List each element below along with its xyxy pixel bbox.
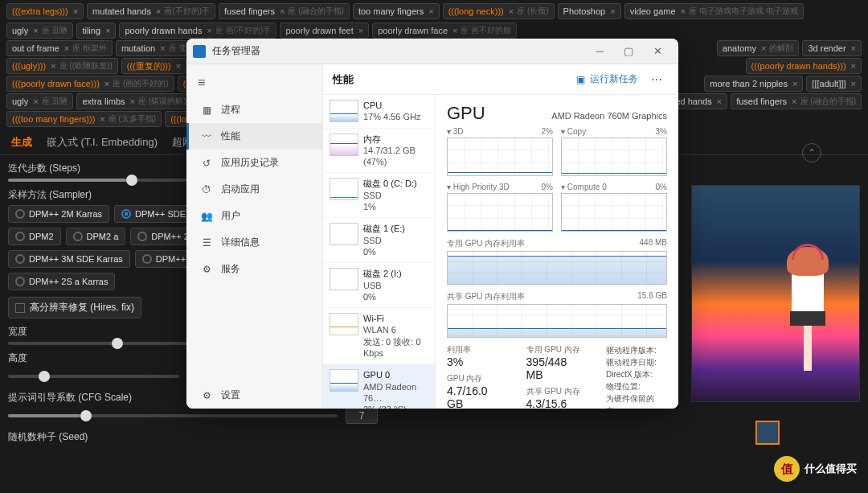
remove-tag-icon[interactable]: × bbox=[64, 43, 69, 53]
remove-tag-icon[interactable]: × bbox=[851, 79, 856, 88]
resource-item[interactable]: CPU17% 4.56 GHz bbox=[323, 95, 435, 129]
remove-tag-icon[interactable]: × bbox=[176, 61, 181, 71]
prompt-tag[interactable]: video game×座 电子游戏电子游戏 电子游戏 bbox=[624, 3, 804, 19]
remove-tag-icon[interactable]: × bbox=[130, 97, 135, 106]
prompt-tag[interactable]: ugly×座 丑陋 bbox=[6, 23, 73, 39]
more-options-button[interactable]: ⋯ bbox=[645, 70, 669, 89]
prompt-tag[interactable]: (((重复的)))× bbox=[121, 58, 186, 74]
remove-tag-icon[interactable]: × bbox=[792, 79, 797, 88]
output-thumbnail[interactable] bbox=[755, 421, 780, 445]
graph-compute-label[interactable]: ▾ Compute 0 bbox=[561, 183, 607, 191]
mini-graph bbox=[330, 268, 358, 290]
sampler-option[interactable]: DPM2 bbox=[8, 228, 61, 245]
prompt-tag[interactable]: (((extra legs)))× bbox=[6, 3, 84, 19]
remove-tag-icon[interactable]: × bbox=[33, 26, 38, 35]
remove-tag-icon[interactable]: × bbox=[792, 97, 796, 106]
remove-tag-icon[interactable]: × bbox=[51, 61, 55, 71]
prompt-tag[interactable]: (((ugly)))×座 ((欧陋肤发)) bbox=[6, 58, 118, 74]
nav-users[interactable]: 👥用户 bbox=[186, 203, 322, 229]
prompt-tag[interactable]: poorly drawn feet× bbox=[280, 23, 369, 39]
resource-item[interactable]: 磁盘 0 (C: D:)SSD1% bbox=[323, 173, 435, 218]
prompt-tag[interactable]: poorly drawn face×座 画不好的脸 bbox=[372, 23, 517, 39]
resource-item[interactable]: 磁盘 1 (E:)SSD0% bbox=[323, 218, 435, 263]
remove-tag-icon[interactable]: × bbox=[33, 97, 38, 106]
remove-tag-icon[interactable]: × bbox=[509, 6, 514, 16]
remove-tag-icon[interactable]: × bbox=[358, 26, 363, 35]
mini-graph bbox=[330, 100, 358, 122]
prompt-tag[interactable]: out of frame×座 框架外 bbox=[6, 40, 113, 56]
prompt-tag[interactable]: poorly drawn hands×座 画(不好的)手 bbox=[119, 23, 276, 39]
resource-item[interactable]: Wi-FiWLAN 6发送: 0 接收: 0 Kbps bbox=[323, 308, 435, 364]
cfg-slider[interactable] bbox=[8, 414, 338, 417]
hires-fix-checkbox[interactable]: 高分辨率修复 (Hires. fix) bbox=[8, 297, 141, 318]
tab-0[interactable]: 生成 bbox=[11, 135, 32, 150]
remove-tag-icon[interactable]: × bbox=[681, 6, 686, 16]
users-icon: 👥 bbox=[200, 210, 213, 223]
prompt-tag[interactable]: [[[adult]]]× bbox=[806, 76, 862, 92]
remove-tag-icon[interactable]: × bbox=[160, 43, 165, 53]
titlebar[interactable]: 任务管理器 ─ ▢ ✕ bbox=[186, 39, 678, 64]
remove-tag-icon[interactable]: × bbox=[280, 6, 285, 16]
cfg-value[interactable]: 7 bbox=[346, 408, 378, 424]
radio-icon bbox=[121, 209, 131, 219]
remove-tag-icon[interactable]: × bbox=[207, 26, 211, 35]
sampler-option[interactable]: DPM2 a bbox=[66, 228, 126, 245]
remove-tag-icon[interactable]: × bbox=[851, 61, 856, 71]
prompt-tag[interactable]: (((too many fingers)))×座 (太多手指) bbox=[6, 111, 162, 127]
prompt-tag[interactable]: mutated hands×画(不好的)手 bbox=[87, 3, 215, 19]
minimize-button[interactable]: ─ bbox=[585, 39, 614, 64]
remove-tag-icon[interactable]: × bbox=[452, 26, 457, 35]
prompt-tag[interactable]: Photoshop× bbox=[558, 3, 621, 19]
nav-services[interactable]: ⚙服务 bbox=[186, 256, 322, 282]
resource-item[interactable]: 磁盘 2 (I:)USB0% bbox=[323, 263, 435, 308]
nav-settings[interactable]: ⚙设置 bbox=[186, 382, 322, 409]
remove-tag-icon[interactable]: × bbox=[73, 6, 78, 16]
nav-processes[interactable]: ▦进程 bbox=[186, 97, 322, 123]
tab-1[interactable]: 嵌入式 (T.I. Embedding) bbox=[47, 135, 158, 150]
collapse-icon[interactable]: ⌃ bbox=[802, 143, 821, 162]
close-button[interactable]: ✕ bbox=[643, 39, 672, 64]
nav-startup[interactable]: ⏱启动应用 bbox=[186, 176, 322, 203]
prompt-tag[interactable]: extra limbs×座 (错误的解) bbox=[76, 93, 191, 109]
prompt-tag[interactable]: more than 2 nipples× bbox=[704, 76, 803, 92]
resource-item[interactable]: 内存14.7/31.2 GB (47%) bbox=[323, 129, 435, 174]
prompt-tag[interactable]: (((poorly drawn hands)))× bbox=[746, 58, 862, 74]
graph-3d-label[interactable]: ▾ 3D bbox=[447, 127, 464, 136]
remove-tag-icon[interactable]: × bbox=[428, 6, 433, 16]
remove-tag-icon[interactable]: × bbox=[100, 114, 104, 124]
run-new-task-button[interactable]: ▣运行新任务 bbox=[570, 69, 645, 89]
remove-tag-icon[interactable]: × bbox=[610, 6, 615, 16]
watermark-icon: 值 bbox=[774, 456, 800, 482]
nav-performance[interactable]: 〰性能 bbox=[186, 123, 322, 150]
sampler-option[interactable]: DPM++ 2S a Karras bbox=[8, 273, 115, 290]
resource-item[interactable]: GPU 0AMD Radeon 76…3% (33 °C) bbox=[323, 364, 435, 409]
prompt-tag[interactable]: ugly×座 丑陋 bbox=[6, 93, 73, 109]
radio-icon bbox=[15, 232, 25, 241]
nav-details[interactable]: ☰详细信息 bbox=[186, 229, 322, 256]
remove-tag-icon[interactable]: × bbox=[156, 6, 161, 16]
task-manager-nav: ≡ ▦进程 〰性能 ↺应用历史记录 ⏱启动应用 👥用户 ☰详细信息 ⚙服务 ⚙设… bbox=[186, 64, 323, 409]
remove-tag-icon[interactable]: × bbox=[761, 43, 766, 53]
prompt-tag[interactable]: anatomy×的解剖 bbox=[717, 40, 800, 56]
prompt-tag[interactable]: fused fingers×座 (融合的手指) bbox=[731, 93, 862, 109]
sampler-option[interactable]: DPM++ 2M Karras bbox=[8, 205, 109, 223]
prompt-tag[interactable]: 3d render× bbox=[802, 40, 862, 56]
sampler-option[interactable]: DPM++ 3M SDE Karras bbox=[8, 250, 130, 268]
mini-graph bbox=[330, 313, 358, 335]
remove-tag-icon[interactable]: × bbox=[104, 79, 109, 88]
graph-hp3d-label[interactable]: ▾ High Priority 3D bbox=[447, 183, 510, 191]
prompt-tag[interactable]: too many fingers× bbox=[353, 3, 440, 19]
graph-copy-label[interactable]: ▾ Copy bbox=[561, 127, 586, 136]
prompt-tag[interactable]: fused fingers×座 (融合的手指) bbox=[219, 3, 350, 19]
output-preview[interactable] bbox=[691, 185, 860, 402]
prompt-tag[interactable]: (((long neck)))×座 (长颈) bbox=[443, 3, 555, 19]
remove-tag-icon[interactable]: × bbox=[105, 26, 110, 35]
prompt-tag[interactable]: tiling× bbox=[76, 23, 116, 39]
prompt-tag[interactable]: (((poorly drawn face)))×座 (画的不好的) bbox=[6, 76, 174, 92]
height-slider[interactable] bbox=[8, 375, 179, 378]
nav-app-history[interactable]: ↺应用历史记录 bbox=[186, 150, 322, 176]
remove-tag-icon[interactable]: × bbox=[717, 97, 722, 106]
remove-tag-icon[interactable]: × bbox=[851, 43, 856, 53]
maximize-button[interactable]: ▢ bbox=[614, 39, 643, 64]
hamburger-icon[interactable]: ≡ bbox=[186, 69, 322, 97]
